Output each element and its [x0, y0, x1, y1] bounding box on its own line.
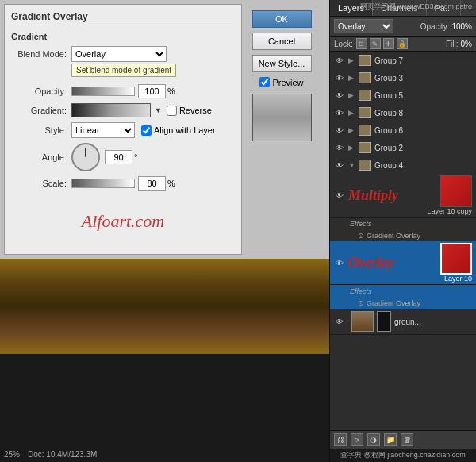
list-item[interactable]: 👁 ▶ Group 5 — [330, 87, 476, 104]
layer-name: groun... — [394, 318, 421, 326]
fill-value: 0% — [461, 40, 472, 48]
multiply-layer[interactable]: 👁 Multiply Layer 10 copy — [330, 174, 476, 218]
fold-icon[interactable]: ▶ — [348, 109, 356, 117]
watermark-top: 网页学习网 www.wEB3A.com patro — [360, 2, 472, 12]
opacity-unit: % — [167, 87, 175, 96]
panel-title: Gradient Overlay — [11, 11, 235, 25]
list-item[interactable]: 👁 ▶ Group 6 — [330, 121, 476, 139]
gradient-swatch[interactable] — [71, 103, 151, 117]
effect-icon: ⊙ — [358, 232, 364, 240]
ok-button[interactable]: OK — [252, 10, 312, 28]
group-icon — [359, 55, 371, 66]
layer-mask — [377, 311, 391, 332]
scale-input[interactable] — [138, 176, 166, 191]
visibility-eye[interactable]: 👁 — [334, 125, 345, 136]
effect-item[interactable]: ⊙ Gradient Overlay — [330, 298, 476, 309]
layer-name: Group 7 — [374, 56, 403, 65]
zoom-level: 25% — [4, 450, 20, 459]
list-item[interactable]: 👁 ▶ Group 3 — [330, 69, 476, 87]
layers-controls: Overlay Normal Multiply Opacity: 100% — [330, 17, 476, 37]
opacity-value: 100% — [451, 22, 472, 31]
link-icon[interactable]: ⛓ — [334, 433, 347, 446]
preview-checkbox[interactable]: Preview — [259, 77, 303, 87]
list-item[interactable]: 👁 ▶ Group 7 — [330, 52, 476, 69]
fold-icon[interactable]: ▼ — [348, 161, 356, 169]
visibility-eye[interactable]: 👁 — [334, 55, 345, 66]
effect-item[interactable]: ⊙ Gradient Overlay — [330, 230, 476, 241]
preview-label: Preview — [272, 78, 303, 87]
blend-mode-select[interactable]: Overlay Multiply Normal — [71, 46, 167, 62]
layer-name: Group 4 — [374, 161, 403, 170]
watermark-text: Alfoart.com — [11, 195, 235, 248]
effect-name: Gradient Overlay — [367, 299, 420, 307]
reverse-check[interactable] — [167, 106, 177, 116]
style-select[interactable]: Linear Radial — [71, 122, 135, 138]
lock-position-icon[interactable]: ✛ — [383, 38, 394, 49]
fold-icon[interactable]: ▶ — [348, 74, 356, 82]
layer-name: Group 2 — [374, 144, 403, 152]
overlay-layer[interactable]: 👁 Overlay Layer 10 — [330, 241, 476, 285]
list-item[interactable]: 👁 groun... — [330, 309, 476, 335]
fold-icon[interactable]: ▶ — [348, 56, 356, 64]
angle-label: Angle: — [11, 152, 67, 162]
preview-area — [252, 94, 312, 141]
layer-name: Group 5 — [374, 91, 403, 100]
blend-mode-label: Blend Mode: — [11, 49, 67, 59]
lock-transparent-icon[interactable]: ⊡ — [356, 38, 367, 49]
visibility-eye[interactable]: 👁 — [334, 190, 345, 201]
cancel-button[interactable]: Cancel — [252, 33, 312, 50]
trash-icon[interactable]: 🗑 — [401, 433, 413, 446]
opacity-slider[interactable] — [71, 87, 135, 96]
list-item[interactable]: 👁 ▶ Group 2 — [330, 139, 476, 156]
doc-info: Doc: 10.4M/123.3M — [28, 450, 97, 459]
layer-name: Group 6 — [374, 126, 403, 135]
overlay-layer-name: Layer 10 — [444, 275, 472, 283]
visibility-eye[interactable]: 👁 — [334, 72, 345, 83]
folder-icon[interactable]: 📁 — [384, 433, 397, 446]
list-item[interactable]: 👁 ▼ Group 4 — [330, 156, 476, 174]
layers-list: 👁 ▶ Group 7 👁 ▶ Group 3 👁 ▶ Group 5 👁 ▶ … — [330, 52, 476, 430]
blend-mode-tooltip: Set blend mode of gradient — [71, 64, 176, 77]
angle-input[interactable] — [105, 150, 132, 164]
layers-blend-mode[interactable]: Overlay Normal Multiply — [334, 19, 393, 33]
group-icon — [359, 107, 371, 118]
gradient-label: Gradient: — [11, 106, 67, 115]
opacity-label: Opacity: — [420, 22, 450, 31]
scale-slider[interactable] — [71, 179, 135, 188]
preview-check[interactable] — [259, 77, 270, 87]
effects-label: Effects — [350, 220, 372, 228]
group-icon — [359, 142, 371, 153]
effects-row: Effects — [330, 285, 476, 298]
angle-dial[interactable] — [71, 143, 100, 171]
lock-image-icon[interactable]: ✎ — [370, 38, 381, 49]
visibility-eye[interactable]: 👁 — [334, 142, 345, 153]
adjustment-icon[interactable]: ◑ — [367, 433, 380, 446]
visibility-eye[interactable]: 👁 — [334, 107, 345, 118]
visibility-eye[interactable]: 👁 — [334, 160, 345, 171]
fold-icon[interactable]: ▶ — [348, 144, 356, 152]
visibility-eye[interactable]: 👁 — [334, 257, 345, 268]
opacity-input[interactable]: 100 — [138, 84, 166, 98]
visibility-eye[interactable]: 👁 — [334, 90, 345, 101]
align-checkbox[interactable]: Align with Layer — [141, 125, 216, 136]
reverse-checkbox[interactable]: Reverse — [167, 106, 212, 116]
list-item[interactable]: 👁 ▶ Group 8 — [330, 104, 476, 121]
new-style-button[interactable]: New Style... — [252, 55, 312, 72]
group-icon — [359, 72, 371, 83]
align-label: Align with Layer — [154, 125, 216, 135]
fold-icon[interactable]: ▶ — [348, 91, 356, 99]
lock-all-icon[interactable]: 🔒 — [397, 38, 408, 49]
visibility-eye[interactable]: 👁 — [334, 316, 345, 327]
layer-footer: ⛓ fx ◑ 📁 🗑 — [330, 430, 476, 449]
fold-icon[interactable]: ▶ — [348, 126, 356, 134]
layer-name: Group 3 — [374, 74, 403, 83]
layer-thumbnail — [440, 175, 472, 207]
layer-thumbnail — [440, 243, 472, 275]
effect-icon: ⊙ — [358, 299, 364, 307]
gradient-dropdown-icon[interactable]: ▼ — [155, 106, 162, 114]
reverse-label: Reverse — [179, 106, 212, 115]
multiply-layer-name: Layer 10 copy — [427, 207, 472, 215]
align-check[interactable] — [141, 125, 152, 136]
fx-icon[interactable]: fx — [351, 433, 363, 446]
fill-label: Fill: — [446, 40, 459, 48]
